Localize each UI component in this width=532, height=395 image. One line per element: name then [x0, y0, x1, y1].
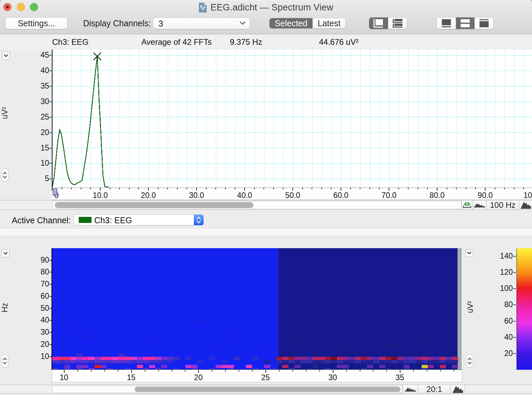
x-tick — [239, 370, 239, 371]
x-tick — [167, 188, 168, 189]
x-tick — [466, 188, 466, 189]
x-tick — [198, 370, 199, 373]
x-tick — [514, 188, 515, 189]
single-plot-view-button[interactable] — [369, 18, 388, 29]
x-tick — [273, 188, 274, 189]
y-tick — [49, 148, 51, 149]
active-channel-select[interactable]: Ch3: EEG — [74, 215, 204, 225]
y-tick — [49, 308, 51, 309]
compress-x-scale-button[interactable] — [472, 200, 486, 209]
peak-power-label: 44.676 uV² — [319, 37, 358, 47]
spectrogram-channel-dropdown-button[interactable] — [2, 250, 9, 257]
x-tick — [360, 188, 360, 189]
small-mountain-icon — [474, 203, 485, 207]
spectrogram-scrollbar-track[interactable] — [52, 386, 402, 393]
colorbar-scale-stepper[interactable] — [466, 354, 473, 368]
chevron-up-icon — [3, 172, 7, 174]
x-tick — [350, 188, 351, 189]
display-channels-value: 3 — [158, 19, 163, 29]
spectrogram-y-axis-title: Hz — [0, 298, 9, 317]
x-tick — [495, 188, 495, 189]
x-tick — [346, 370, 347, 371]
x-tick — [185, 370, 185, 371]
fit-width-button[interactable] — [461, 200, 472, 209]
splitter-bar[interactable] — [0, 228, 532, 236]
latest-tab[interactable]: Latest — [313, 18, 346, 28]
spectrum-scrollbar-track[interactable] — [52, 201, 461, 209]
y-tick — [49, 332, 51, 333]
x-tick — [64, 370, 65, 373]
time-ratio-value[interactable]: 20:1 — [418, 385, 450, 393]
x-tick — [235, 188, 235, 189]
x-tick — [292, 188, 293, 191]
expand-x-scale-button[interactable] — [519, 200, 532, 209]
colorbar-axis-title: uV² — [466, 298, 475, 317]
spectrum-y-scale-stepper[interactable] — [1, 168, 8, 182]
chevron-up-icon — [468, 358, 471, 360]
active-channel-row: Active Channel: Ch3: EEG — [0, 210, 532, 228]
titlebar[interactable]: EEG.adicht — Spectrum View — [0, 0, 532, 15]
marker-chip[interactable]: 1 — [52, 188, 58, 196]
x-tick — [196, 188, 197, 191]
y-tick-label: 20 — [0, 340, 49, 349]
spectrogram-plot[interactable] — [52, 248, 462, 370]
layout-spectrogram-only-button[interactable] — [474, 18, 493, 29]
single-plot-icon — [374, 19, 384, 28]
document-icon — [199, 3, 207, 12]
y-tick — [49, 356, 51, 357]
spectrogram-y-scale-stepper[interactable] — [1, 354, 8, 368]
average-ffts-label: Average of 42 FFTs — [141, 37, 212, 47]
spectrum-view-window: EEG.adicht — Spectrum View Settings... D… — [0, 0, 532, 395]
chevron-down-icon — [3, 252, 8, 255]
expand-horizontal-icon — [463, 201, 471, 209]
layout-spectrum-only-button[interactable] — [437, 18, 456, 29]
spectrum-channel-dropdown-button[interactable] — [2, 52, 10, 60]
selected-tab[interactable]: Selected — [270, 18, 313, 28]
spectrogram-x-axis: 101520253035 — [52, 370, 462, 382]
settings-button[interactable]: Settings... — [5, 17, 68, 29]
chevron-down-icon — [4, 54, 8, 57]
stacked-plot-icon — [393, 19, 403, 28]
colorbar — [517, 248, 532, 370]
colorbar-dropdown-button[interactable] — [465, 249, 473, 257]
x-tick-label: 100 — [524, 191, 532, 200]
chevron-up-icon — [197, 217, 201, 220]
y-tick-label: 70 — [0, 279, 49, 289]
compress-time-scale-button[interactable] — [402, 385, 418, 393]
display-channels-select[interactable]: 3 — [153, 18, 250, 29]
stacked-plot-view-button[interactable] — [388, 18, 407, 29]
colorbar-tick — [513, 256, 516, 257]
active-channel-label: Active Channel: — [12, 216, 71, 225]
layout-bottom-icon — [480, 19, 489, 27]
expand-time-scale-button[interactable] — [450, 385, 465, 393]
x-tick-label: 10 — [60, 373, 68, 382]
chevron-down-icon — [3, 362, 7, 364]
spectrum-plot[interactable] — [52, 50, 532, 188]
x-tick — [413, 370, 414, 371]
spectrogram-scrollbar-thumb[interactable] — [135, 387, 400, 392]
x-tick-label: 20 — [194, 373, 203, 382]
spectrogram-scroll-row: 20:1 — [0, 385, 532, 394]
x-tick — [312, 188, 312, 189]
x-tick — [400, 370, 400, 373]
y-tick — [49, 117, 51, 118]
y-tick — [49, 272, 51, 272]
x-tick — [119, 188, 120, 189]
layout-split-button[interactable] — [456, 18, 474, 29]
chevron-down-icon — [468, 362, 471, 364]
popup-arrows — [194, 215, 204, 225]
spectrum-scrollbar-thumb[interactable] — [55, 202, 253, 208]
x-tick-label: 20.0 — [141, 191, 156, 200]
x-tick — [398, 188, 399, 189]
x-tick-label: 60.0 — [333, 191, 349, 200]
colorbar-tick — [513, 337, 516, 338]
x-tick — [252, 370, 253, 371]
y-tick — [49, 70, 51, 71]
small-mountain-icon — [405, 387, 416, 392]
y-tick — [49, 344, 51, 345]
window-title: EEG.adicht — Spectrum View — [211, 2, 333, 13]
x-scale-value[interactable]: 100 Hz — [486, 200, 519, 209]
x-tick — [504, 188, 505, 189]
y-tick-label: 15 — [0, 143, 49, 153]
x-tick — [131, 370, 132, 373]
